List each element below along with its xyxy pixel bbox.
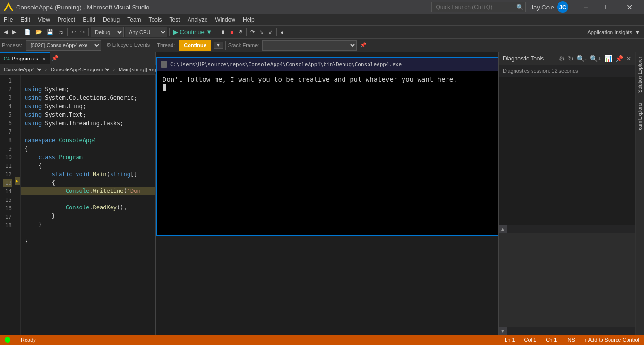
app-insights-label: Application Insights — [587, 29, 632, 35]
status-ready: Ready — [21, 337, 36, 343]
diag-session-text: Diagnostics session: 12 seconds — [499, 65, 635, 77]
diag-chart-icon[interactable]: 📊 — [604, 55, 612, 62]
menu-edit[interactable]: Edit — [17, 14, 34, 26]
solution-explorer-label[interactable]: Solution Explorer — [636, 54, 644, 95]
ready-icon — [5, 337, 10, 343]
diag-content — [499, 77, 635, 225]
team-explorer-label[interactable]: Team Explorer — [636, 99, 644, 135]
platform-dropdown[interactable]: Any CPU x86 x64 — [125, 27, 167, 37]
continue-bar-button[interactable]: Continue — [179, 40, 211, 51]
quick-launch-input[interactable] — [431, 2, 526, 12]
tab-close-icon[interactable]: ✕ — [42, 56, 46, 61]
redo-button[interactable]: ↪ — [78, 27, 86, 37]
continue-button[interactable]: ▶ Continue ▼ — [172, 27, 214, 37]
breakpoint-gutter: ▶ — [15, 75, 21, 335]
open-button[interactable]: 📂 — [34, 27, 44, 37]
file-cs-icon: C# — [4, 56, 10, 61]
pause-button[interactable]: ⏸ — [218, 27, 227, 37]
title-bar: ConsoleApp4 (Running) - Microsoft Visual… — [0, 0, 644, 14]
process-label: Process: — [2, 43, 22, 48]
console-titlebar: C:\Users\HP\source\repos\ConsoleApp4\Con… — [157, 58, 498, 71]
diag-title: Diagnostic Tools — [503, 55, 556, 62]
menu-view[interactable]: View — [34, 14, 54, 26]
console-output-text: Don't follow me, I want you to be creati… — [163, 76, 457, 83]
menu-help[interactable]: Help — [239, 14, 258, 26]
console-cursor — [163, 84, 166, 91]
minimize-button[interactable]: − — [575, 0, 597, 14]
menu-bar: File Edit View Project Build Debug Team … — [0, 14, 644, 26]
back-button[interactable]: ◀ — [2, 27, 9, 37]
tab-filename: Program.cs — [12, 56, 38, 61]
stack-frame-pin[interactable]: 📌 — [358, 40, 369, 51]
save-button[interactable]: 💾 — [45, 27, 55, 37]
vs-logo — [4, 2, 13, 12]
diag-refresh-icon[interactable]: ↻ — [568, 55, 574, 62]
user-area: Jay Cole JC — [530, 1, 568, 13]
status-col: Col 1 — [524, 337, 537, 343]
undo-button[interactable]: ↩ — [69, 27, 77, 37]
thread-label: Thread: — [157, 43, 175, 48]
tab-pin-area[interactable]: 📌 — [50, 55, 60, 61]
diag-zoom-out-icon[interactable]: 🔍- — [576, 55, 587, 62]
console-app-icon — [161, 61, 167, 68]
side-panel-labels: Solution Explorer Team Explorer — [635, 52, 644, 335]
center-area: C:\Users\HP\source\repos\ConsoleApp4\Con… — [156, 52, 498, 335]
console-body[interactable]: Don't follow me, I want you to be creati… — [157, 71, 498, 235]
close-button[interactable]: ✕ — [618, 0, 640, 14]
window-controls: − □ ✕ — [575, 0, 640, 14]
lifecycle-label: ⚙ Lifecycle Events — [106, 42, 150, 48]
file-path-bar: ConsoleApp4 › ConsoleApp4.Program › Main… — [0, 64, 155, 75]
stack-frame-dropdown[interactable] — [262, 40, 357, 51]
diag-scrollbar-up[interactable]: ▲ — [499, 225, 507, 233]
forward-button[interactable]: ▶ — [10, 27, 18, 37]
debug-mode-dropdown[interactable]: Debug Release — [91, 27, 124, 37]
diagnostic-tools-panel: Diagnostic Tools ⚙ ↻ 🔍- 🔍+ 📊 📌 ✕ Diagnos… — [498, 52, 635, 335]
class-dropdown[interactable]: ConsoleApp4.Program — [49, 65, 111, 74]
save-all-button[interactable]: 🗂 — [56, 27, 65, 37]
user-name: Jay Cole — [530, 4, 554, 11]
menu-tools[interactable]: Tools — [145, 14, 166, 26]
status-ch: Ch 1 — [546, 337, 557, 343]
breakpoint-button[interactable]: ● — [279, 27, 286, 37]
menu-test[interactable]: Test — [166, 14, 184, 26]
continue-dropdown-arrow[interactable]: ▼ — [214, 42, 223, 49]
new-project-button[interactable]: 📄 — [22, 27, 33, 37]
stack-frame-label: Stack Frame: — [228, 43, 259, 48]
process-dropdown[interactable]: [5020] ConsoleApp4.exe — [26, 40, 101, 51]
main-toolbar: ◀ ▶ 📄 📂 💾 🗂 ↩ ↪ Debug Release Any CPU x8… — [0, 26, 644, 39]
maximize-button[interactable]: □ — [597, 0, 618, 14]
status-bar: Ready Ln 1 Col 1 Ch 1 INS ↑ Add to Sourc… — [0, 335, 644, 345]
stop-button[interactable]: ■ — [228, 27, 235, 37]
diag-settings-icon[interactable]: ⚙ — [559, 55, 565, 62]
restart-button[interactable]: ↺ — [236, 27, 244, 37]
editor-tab-bar: C# Program.cs ✕ 📌 — [0, 52, 155, 64]
menu-debug[interactable]: Debug — [99, 14, 123, 26]
diag-scrollbar-down[interactable]: ▼ — [499, 327, 507, 335]
title-text: ConsoleApp4 (Running) - Microsoft Visual… — [16, 4, 429, 11]
console-window: C:\Users\HP\source\repos\ConsoleApp4\Con… — [156, 57, 498, 236]
menu-window[interactable]: Window — [211, 14, 239, 26]
diag-close-icon[interactable]: ✕ — [626, 55, 632, 62]
code-content[interactable]: using System; using System.Collections.G… — [21, 75, 155, 335]
source-control[interactable]: ↑ Add to Source Control — [584, 337, 639, 343]
menu-file[interactable]: File — [0, 14, 17, 26]
diag-zoom-in-icon[interactable]: 🔍+ — [590, 55, 601, 62]
console-title-text: C:\Users\HP\source\repos\ConsoleApp4\Con… — [170, 61, 498, 68]
search-icon: 🔍 — [516, 4, 524, 10]
menu-build[interactable]: Build — [79, 14, 99, 26]
step-into-button[interactable]: ↘ — [258, 27, 266, 37]
menu-team[interactable]: Team — [123, 14, 145, 26]
diag-scrollbar-track — [499, 233, 635, 327]
status-ln: Ln 1 — [505, 337, 515, 343]
menu-project[interactable]: Project — [54, 14, 79, 26]
code-editor[interactable]: 123456789101112131415161718 ▶ using Syst… — [0, 75, 155, 335]
app-insights-dropdown[interactable]: ▼ — [633, 27, 642, 37]
tab-program-cs[interactable]: C# Program.cs ✕ — [0, 52, 50, 64]
status-ins: INS — [566, 337, 575, 343]
diag-pin-icon[interactable]: 📌 — [615, 55, 623, 62]
menu-analyze[interactable]: Analyze — [184, 14, 212, 26]
step-over-button[interactable]: ↷ — [249, 27, 257, 37]
namespace-dropdown[interactable]: ConsoleApp4 — [2, 65, 43, 74]
step-out-button[interactable]: ↙ — [266, 27, 275, 37]
user-avatar[interactable]: JC — [557, 1, 568, 13]
